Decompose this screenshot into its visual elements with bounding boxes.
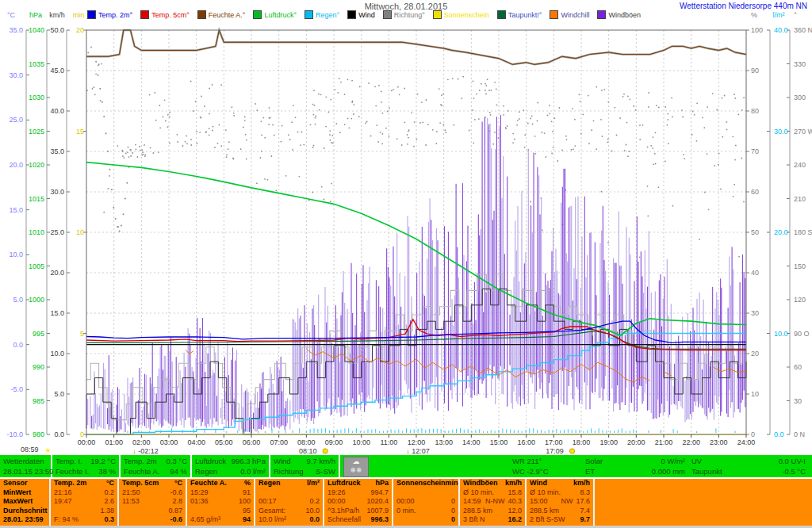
svg-text:05:00: 05:00 bbox=[215, 438, 233, 446]
table-row: 3 Bft N16.2 bbox=[460, 515, 525, 525]
table-cell-value: 15.8 bbox=[508, 488, 522, 498]
table-row: 10.0 l/m²0.0 bbox=[255, 515, 323, 525]
table-filler bbox=[595, 479, 812, 526]
svg-text:25.0: 25.0 bbox=[9, 116, 23, 124]
table-row: 288.5 km7.4 bbox=[527, 507, 593, 516]
svg-text:5.0: 5.0 bbox=[13, 296, 23, 304]
table-row: 01:36100 bbox=[187, 497, 254, 507]
sensor-stats-table: SensorMinWertMaxWertDurchschnitt28.01. 2… bbox=[0, 479, 812, 526]
weather-icon: ☁❄❄ bbox=[343, 457, 369, 477]
table-cell-time: 14:59 bbox=[463, 497, 481, 507]
table-row-label: MinWert bbox=[0, 488, 49, 498]
table-cell-time: Gesamt: bbox=[259, 507, 285, 516]
svg-text:40: 40 bbox=[751, 269, 759, 277]
svg-text:180 S: 180 S bbox=[794, 228, 812, 236]
svg-text:0: 0 bbox=[80, 430, 84, 438]
table-row: 15:00NW17.6 bbox=[527, 497, 593, 507]
table-row: 14:59N-NW40.3 bbox=[460, 497, 525, 507]
svg-text:03:00: 03:00 bbox=[160, 438, 178, 446]
table-col-name: Temp. 5cm bbox=[122, 479, 159, 488]
svg-text:360 N: 360 N bbox=[794, 26, 812, 34]
status-label: WC -2.9°C bbox=[512, 466, 549, 476]
status-value: 0 W/m² bbox=[661, 456, 685, 466]
status-value: 94 % bbox=[170, 466, 187, 476]
table-row: Gesamt:10.0 bbox=[255, 507, 323, 516]
table-cell-value: 7.4 bbox=[580, 507, 590, 516]
table-col-unit: °C bbox=[106, 479, 114, 488]
moonset-arrow-icon: ↓ bbox=[132, 447, 136, 454]
svg-text:30: 30 bbox=[751, 309, 759, 317]
svg-text:10: 10 bbox=[751, 390, 759, 398]
table-cell-time: 21:16 bbox=[54, 488, 72, 498]
svg-text:02:00: 02:00 bbox=[132, 438, 151, 446]
table-col-unit: km/h bbox=[505, 479, 522, 488]
svg-text:30.0: 30.0 bbox=[9, 71, 23, 79]
table-cell-time: Schneefall bbox=[327, 515, 361, 525]
sun-moon-markers: ↓-02:1208:10↓12:0717:0908:59☀ bbox=[21, 446, 575, 454]
svg-text:15:00: 15:00 bbox=[490, 438, 508, 446]
status-value: 0.0 l/m² bbox=[240, 466, 266, 476]
table-cell-value: 0.3 bbox=[104, 515, 114, 525]
table-col-unit: l/m² bbox=[307, 479, 320, 488]
table-cell-value: 12.0 bbox=[508, 507, 522, 516]
axis-unit-label: l/m² bbox=[773, 11, 785, 19]
table-row bbox=[393, 488, 458, 498]
axis-unit-label: % bbox=[751, 11, 757, 19]
table-cell: Durchschnitt bbox=[3, 507, 48, 516]
status-value: 0.3 °C bbox=[166, 456, 187, 466]
svg-text:01:00: 01:00 bbox=[105, 438, 123, 446]
svg-text:20: 20 bbox=[76, 26, 84, 34]
svg-text:10.0: 10.0 bbox=[50, 350, 64, 358]
axis-unit-label: min bbox=[73, 11, 85, 19]
status-value: 9.7 km/h bbox=[307, 456, 335, 466]
table-row: 19:472.6 bbox=[51, 497, 117, 507]
svg-text:19:00: 19:00 bbox=[599, 438, 618, 446]
table-cell-value: -0.6 bbox=[170, 515, 182, 525]
table-row: 0.87 bbox=[119, 507, 186, 516]
table-cell-time: 15:00 bbox=[530, 497, 548, 507]
svg-text:5.0: 5.0 bbox=[54, 390, 64, 398]
table-cell-time: 19:47 bbox=[54, 497, 72, 507]
svg-text:1030: 1030 bbox=[29, 94, 44, 101]
svg-text:17:00: 17:00 bbox=[545, 438, 563, 446]
svg-text:30.0: 30.0 bbox=[50, 188, 64, 196]
status-value: 19.2 °C bbox=[90, 456, 116, 466]
status-row: Solar0 W/m² bbox=[582, 456, 688, 466]
table-row: 0 min.0 bbox=[393, 507, 458, 516]
svg-text:80: 80 bbox=[751, 107, 759, 115]
sunset-time: 17:09 bbox=[546, 447, 564, 454]
svg-text:0 N: 0 N bbox=[794, 430, 805, 438]
status-cell: Wind9.7 km/hRichtungS-SW bbox=[270, 455, 340, 477]
table-cell-dir: NW bbox=[561, 497, 573, 507]
table-row: 2 Bft S-SW9.7 bbox=[527, 515, 593, 525]
table-cell-dir: N-NW bbox=[485, 497, 505, 507]
moonset-time: -02:12 bbox=[138, 447, 159, 454]
svg-text:995: 995 bbox=[33, 330, 44, 338]
table-cell-value: 1020.4 bbox=[366, 497, 389, 507]
status-label: ET bbox=[585, 466, 595, 476]
table-cell-time: 19:26 bbox=[327, 488, 346, 498]
svg-text:90 O: 90 O bbox=[794, 330, 810, 338]
table-cell-time: 2 Bft S-SW bbox=[530, 515, 565, 525]
status-label: Temp. I. bbox=[56, 456, 82, 466]
status-row: 28.01.15 23:59 bbox=[0, 466, 51, 476]
status-label: Feuchte I. bbox=[56, 466, 89, 476]
table-cell-time: 00:17 bbox=[259, 497, 277, 507]
wind-direction-dots bbox=[86, 47, 745, 258]
table-row: 21:160.2 bbox=[51, 488, 117, 498]
svg-text:50.0: 50.0 bbox=[50, 26, 64, 34]
table-row-label: Sensor bbox=[0, 479, 49, 488]
table-cell-time: 288.5 km bbox=[463, 507, 492, 516]
table-cell-time: 01:36 bbox=[190, 497, 209, 507]
table-col: Temp. 5cm°C21:50-0.611:532.80.87-0.6 bbox=[119, 479, 187, 526]
svg-text:1035: 1035 bbox=[29, 60, 44, 68]
table-cell-time: 0 min. bbox=[396, 507, 416, 516]
table-cell-value: 0.0 bbox=[309, 515, 320, 525]
svg-text:12:00: 12:00 bbox=[408, 438, 426, 446]
table-col: Sonnenscheinmin00:0000 min.00 bbox=[393, 479, 460, 526]
table-cell-time: 4.65 g/m³ bbox=[190, 515, 220, 525]
weather-dashboard: Mittwoch, 28.01.2015 Wetterstation Niede… bbox=[0, 0, 812, 528]
table-cell-value: 0 bbox=[451, 515, 455, 525]
status-label: Wind bbox=[274, 456, 291, 466]
table-cell-time: 00:00 bbox=[327, 497, 346, 507]
